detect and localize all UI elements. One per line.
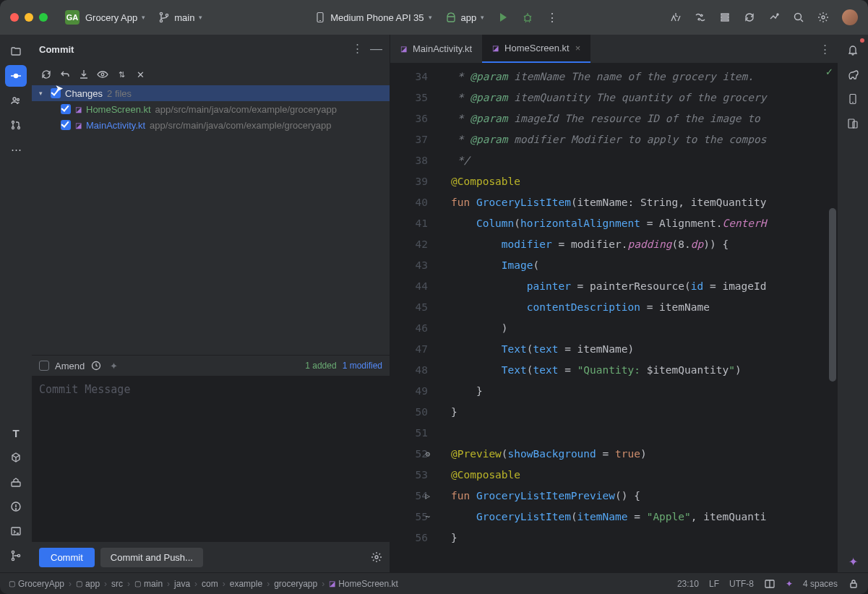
code-content[interactable]: * @param itemName The name of the grocer… <box>441 64 838 572</box>
svg-point-12 <box>822 16 825 19</box>
people-tool-button[interactable] <box>5 90 27 111</box>
project-dropdown[interactable]: Grocery App ▾ <box>85 12 145 23</box>
amend-checkbox[interactable] <box>39 361 49 371</box>
notifications-button[interactable] <box>842 39 864 61</box>
lock-icon[interactable] <box>848 578 859 590</box>
history-icon[interactable] <box>90 360 102 371</box>
cursor-position[interactable]: 23:10 <box>677 579 699 589</box>
commit-settings-icon[interactable] <box>371 551 382 563</box>
editor-area: ◪ MainActivity.kt ◪ HomeScreen.kt × ⋮ ✓ … <box>390 35 838 572</box>
file-encoding[interactable]: UTF-8 <box>729 579 754 589</box>
indent-setting[interactable]: 4 spaces <box>803 579 838 589</box>
svg-point-26 <box>12 551 14 553</box>
gradle-button[interactable] <box>842 64 864 85</box>
tab-homescreen[interactable]: ◪ HomeScreen.kt × <box>482 35 590 63</box>
tab-label: HomeScreen.kt <box>504 43 570 53</box>
debug-button[interactable] <box>522 12 533 23</box>
amend-label: Amend <box>55 361 85 371</box>
chevron-down-icon: ▾ <box>481 14 484 21</box>
vertical-scrollbar[interactable] <box>829 208 836 382</box>
run-config-selector[interactable]: app ▾ <box>445 12 485 23</box>
user-avatar[interactable] <box>842 9 858 25</box>
search-everywhere-icon[interactable] <box>793 12 804 23</box>
preview-icon[interactable] <box>97 69 108 80</box>
commit-message-area <box>32 376 390 542</box>
commit-tool-button[interactable] <box>5 65 27 87</box>
ai-assistant-button[interactable]: ✦ <box>842 551 864 572</box>
vcs-tool-button[interactable] <box>5 545 27 567</box>
close-tab-button[interactable]: × <box>575 43 581 53</box>
file-name: MainActivity.kt <box>86 120 145 131</box>
search-replace-icon[interactable] <box>695 12 706 23</box>
checkbox-checked[interactable] <box>61 104 71 114</box>
inspect-icon[interactable] <box>768 12 780 23</box>
minimize-window-button[interactable] <box>25 13 33 22</box>
project-name: Grocery App <box>85 12 137 23</box>
project-badge: GA <box>65 10 80 25</box>
ai-status-icon[interactable]: ✦ <box>786 579 793 589</box>
show-diff-icon[interactable] <box>78 69 90 80</box>
refresh-icon[interactable] <box>40 69 52 80</box>
changes-label: Changes <box>65 88 103 99</box>
more-actions-button[interactable]: ⋮ <box>546 12 558 23</box>
commit-and-push-button[interactable]: Commit and Push... <box>100 548 203 567</box>
line-gutter[interactable]: 34353637383940414243444546474849505152⚙5… <box>390 64 441 572</box>
expand-collapse-icon[interactable]: ⇅ <box>116 69 127 80</box>
editor-body[interactable]: ✓ 34353637383940414243444546474849505152… <box>390 64 838 572</box>
file-path: app/src/main/java/com/example/groceryapp <box>155 104 337 115</box>
pull-request-tool-button[interactable] <box>5 114 27 136</box>
panel-options-button[interactable]: ⋮ <box>352 42 363 56</box>
svg-point-9 <box>777 14 778 15</box>
changes-toolbar: ⇅ ✕ <box>32 64 390 85</box>
sync-icon[interactable] <box>744 12 755 23</box>
structure-tool-button[interactable]: T <box>5 422 27 444</box>
problems-tool-button[interactable] <box>5 496 27 517</box>
device-manager-button[interactable] <box>842 88 864 110</box>
right-tool-rail: ✦ <box>838 35 868 572</box>
run-button[interactable] <box>497 12 509 23</box>
tab-options-button[interactable]: ⋮ <box>820 43 830 56</box>
commit-message-input[interactable] <box>39 383 382 535</box>
modified-count: 1 modified <box>343 361 382 371</box>
stack-icon[interactable] <box>719 12 731 23</box>
build-tool-button[interactable] <box>5 471 27 493</box>
changed-file-row[interactable]: ◪ MainActivity.kt app/src/main/java/com/… <box>32 117 390 133</box>
checkbox-checked[interactable] <box>51 88 61 98</box>
ai-suggest-icon[interactable]: ✦ <box>108 360 119 371</box>
close-window-button[interactable] <box>10 13 19 22</box>
checkbox-checked[interactable] <box>61 120 71 130</box>
rollback-icon[interactable] <box>59 69 71 80</box>
running-devices-button[interactable] <box>842 113 864 134</box>
android-icon <box>445 12 457 23</box>
resources-tool-button[interactable] <box>5 447 27 468</box>
panel-minimize-button[interactable]: — <box>370 42 382 56</box>
svg-point-10 <box>795 14 802 20</box>
commit-button[interactable]: Commit <box>39 548 95 567</box>
commit-title: Commit <box>39 44 74 55</box>
svg-rect-6 <box>721 14 729 15</box>
terminal-tool-button[interactable] <box>5 520 27 542</box>
breadcrumbs[interactable]: ▢GroceryApp›▢app›src›▢main›java›com›exam… <box>9 579 398 589</box>
changed-file-row[interactable]: ◪ HomeScreen.kt app/src/main/java/com/ex… <box>32 101 390 117</box>
svg-point-19 <box>12 127 14 129</box>
more-tools-button[interactable]: ⋯ <box>5 139 27 160</box>
branch-dropdown[interactable]: main ▾ <box>158 12 202 23</box>
svg-point-20 <box>18 127 20 129</box>
maximize-window-button[interactable] <box>39 13 48 22</box>
settings-icon[interactable] <box>817 12 829 23</box>
tab-mainactivity[interactable]: ◪ MainActivity.kt <box>390 35 482 63</box>
changes-root-row[interactable]: ▾ Changes 2 files ➤ <box>32 85 390 101</box>
chevron-down-icon: ▾ <box>39 90 46 97</box>
group-by-icon[interactable]: ✕ <box>134 69 146 80</box>
svg-point-29 <box>101 73 104 76</box>
added-count: 1 added <box>305 361 336 371</box>
inspection-ok-icon[interactable]: ✓ <box>825 66 833 77</box>
svg-rect-8 <box>721 20 729 21</box>
project-tool-button[interactable] <box>5 40 27 62</box>
code-with-me-icon[interactable] <box>670 12 682 23</box>
changes-tree: ▾ Changes 2 files ➤ ◪ HomeScreen.kt app/… <box>32 85 390 133</box>
svg-point-17 <box>17 99 20 101</box>
line-separator[interactable]: LF <box>709 579 719 589</box>
readonly-toggle-icon[interactable] <box>764 578 775 590</box>
device-selector[interactable]: Medium Phone API 35 ▾ <box>314 12 431 23</box>
